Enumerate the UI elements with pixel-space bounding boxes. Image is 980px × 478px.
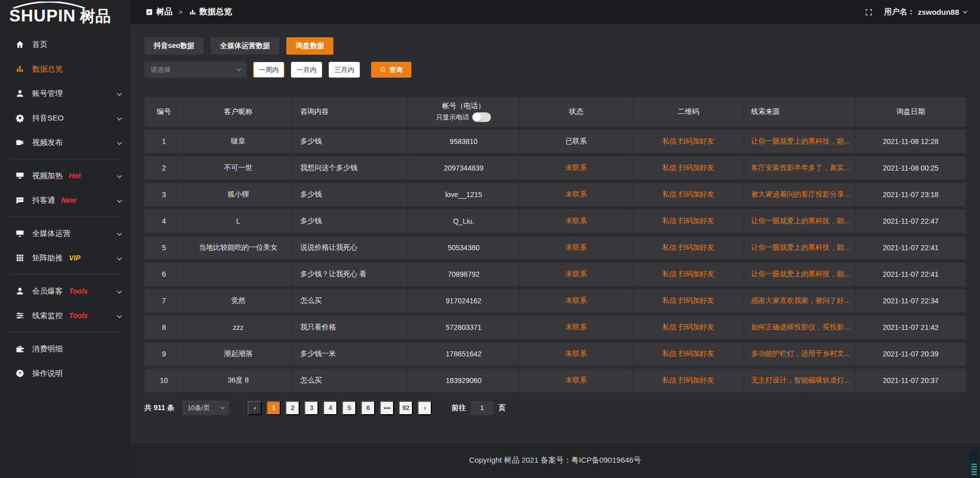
app-icon [145, 8, 153, 16]
sidebar-item-7[interactable]: 抖客通New [0, 188, 130, 212]
copyright-text: Copyright 树品 2021 备案号：粤ICP备09019646号 [469, 456, 641, 465]
column-header-label: 帐号（电话） [442, 102, 485, 111]
qr-actions-link[interactable]: 私信 扫码加好友 [662, 243, 714, 252]
period-button-2[interactable]: 一月内 [291, 62, 322, 78]
page-button-92[interactable]: 92 [399, 401, 413, 415]
cell-account: 178651642 [408, 342, 520, 366]
page-button-1[interactable]: 1 [266, 401, 281, 415]
lead-source-link[interactable]: 被大家追着问的客厅投影分享... [751, 190, 850, 199]
cell-status: 未联系 [520, 156, 633, 180]
sidebar-item-9[interactable]: 矩阵助推VIP [0, 246, 130, 270]
cell-source: 被大家追着问的客厅投影分享... [744, 183, 856, 206]
page-buttons: ‹123456•••92› [229, 401, 432, 415]
sidebar-item-13[interactable]: ?操作说明 [0, 361, 130, 386]
qr-actions-link[interactable]: 私信 扫码加好友 [662, 376, 714, 385]
breadcrumb-separator: > [179, 8, 183, 16]
sidebar-item-label: 线索监控 [32, 311, 63, 321]
floating-widget[interactable] [970, 450, 978, 478]
cell-account: 50534380 [408, 236, 520, 259]
column-header-7: 线索来源 [744, 97, 856, 127]
phone-only-toggle[interactable] [472, 112, 491, 122]
logo-text-cn: 树品 [80, 9, 111, 24]
phone-toggle-label: 只显示电话 [436, 113, 469, 122]
period-button-1[interactable]: 一周内 [253, 62, 284, 78]
lead-source-link[interactable]: 让你一眼就爱上的黑科技，能... [751, 137, 850, 146]
filter-select-placeholder: 请选择 [151, 65, 170, 75]
qr-actions-link[interactable]: 私信 扫码加好友 [662, 323, 714, 332]
lead-source-link[interactable]: 如何正确选择投影仪，买投影... [751, 323, 850, 332]
qr-actions-link[interactable]: 私信 扫码加好友 [662, 190, 714, 199]
sidebar-item-10[interactable]: 会员爆客Tools [0, 279, 130, 303]
sidebar-item-3[interactable]: 账号管理 [0, 81, 130, 106]
sidebar-item-12[interactable]: 消费明细 [0, 337, 130, 361]
logo: SHUPIN 树品 [0, 0, 130, 27]
lead-source-link[interactable]: 多功能护栏灯，适用于乡村文... [751, 349, 850, 358]
sidebar-item-8[interactable]: 全媒体运营 [0, 221, 130, 246]
table-row: 4L多少钱Q_Liu.未联系私信 扫码加好友让你一眼就爱上的黑科技，能...20… [144, 209, 966, 233]
cell-no: 4 [144, 209, 184, 233]
tab-3[interactable]: 询盘数据 [286, 37, 333, 55]
chevron-down-icon [117, 91, 122, 96]
qr-actions-link[interactable]: 私信 扫码加好友 [662, 217, 714, 226]
goto-page: 前往 页 [451, 401, 505, 415]
table-row: 3狐小狸多少钱love__1215未联系私信 扫码加好友被大家追着问的客厅投影分… [144, 183, 966, 206]
page-ellipsis-button[interactable]: ••• [380, 401, 394, 415]
cell-content: 多少钱一米 [293, 342, 408, 366]
breadcrumb-app[interactable]: 树品 [156, 7, 173, 17]
cell-nickname: 当地比较能吃的一位美女 [184, 236, 293, 259]
qr-actions-link[interactable]: 私信 扫码加好友 [662, 163, 714, 173]
period-buttons: 一周内一月内三月内 [247, 62, 360, 78]
sidebar: SHUPIN 树品 首页数据总览账号管理抖音SEO视频发布视频加热Hot抖客通N… [0, 0, 130, 478]
tab-2[interactable]: 全媒体运营数据 [211, 37, 279, 55]
table-row: 6多少钱？让我死心 看70898792未联系私信 扫码加好友让你一眼就爱上的黑科… [144, 262, 966, 286]
sidebar-item-4[interactable]: 抖音SEO [0, 106, 130, 130]
lead-source-link[interactable]: 感谢大家喜欢我家，被问了好... [751, 296, 850, 305]
table-row: 7觉然怎么买917024162未联系私信 扫码加好友感谢大家喜欢我家，被问了好.… [144, 289, 966, 313]
search-button[interactable]: 查询 [371, 62, 411, 78]
cell-date: 2021-11-07 22:34 [855, 289, 966, 313]
lead-source-link[interactable]: 让你一眼就爱上的黑科技，能... [751, 217, 850, 226]
qr-actions-link[interactable]: 私信 扫码加好友 [662, 296, 714, 305]
cell-account: 917024162 [408, 289, 520, 313]
cell-status: 未联系 [520, 183, 633, 206]
goto-page-input[interactable] [471, 401, 493, 415]
sidebar-item-label: 抖客通 [32, 196, 55, 205]
lead-source-link[interactable]: 客厅安装投影半年多了，真实... [751, 163, 850, 173]
lead-source-link[interactable]: 让你一眼就爱上的黑科技，能... [751, 270, 850, 279]
sidebar-item-1[interactable]: 首页 [0, 32, 130, 57]
prev-page-button[interactable]: ‹ [248, 401, 262, 415]
sidebar-item-badge: New [61, 196, 76, 204]
period-button-3[interactable]: 三月内 [329, 62, 360, 78]
qr-actions-link[interactable]: 私信 扫码加好友 [662, 270, 714, 279]
lead-source-link[interactable]: 无主灯设计，智能磁吸轨道灯... [751, 376, 850, 385]
cell-no: 7 [144, 289, 184, 313]
qr-actions-link[interactable]: 私信 扫码加好友 [662, 349, 714, 358]
cell-status: 已联系 [520, 130, 633, 153]
cell-date: 2021-11-07 20:37 [855, 369, 966, 392]
fullscreen-icon[interactable] [865, 8, 873, 16]
column-header-2: 客户昵称 [184, 97, 293, 127]
qr-actions-link[interactable]: 私信 扫码加好友 [662, 137, 714, 146]
cell-date: 2021-11-07 21:42 [855, 316, 966, 339]
user-menu[interactable]: 用户名：zswodun88 [884, 7, 967, 17]
sidebar-item-11[interactable]: 线索监控Tools [0, 303, 130, 328]
cell-no: 5 [144, 236, 184, 259]
inquiry-table: 编号客户昵称咨询内容帐号（电话）只显示电话状态二维码线索来源询盘日期1啵章多少钱… [144, 97, 966, 392]
page-button-6[interactable]: 6 [361, 401, 375, 415]
page-button-3[interactable]: 3 [304, 401, 318, 415]
sidebar-item-2[interactable]: 数据总览 [0, 57, 130, 81]
sidebar-item-5[interactable]: 视频发布 [0, 130, 130, 155]
page-button-5[interactable]: 5 [342, 401, 356, 415]
next-page-button[interactable]: › [418, 401, 432, 415]
lead-source-link[interactable]: 让你一眼就爱上的黑科技，能... [751, 243, 850, 252]
page-size-select[interactable]: 10条/页 [182, 400, 229, 415]
status-badge: 未联系 [566, 190, 587, 199]
sidebar-item-6[interactable]: 视频加热Hot [0, 163, 130, 188]
cell-source: 让你一眼就爱上的黑科技，能... [744, 130, 856, 153]
gear-icon [15, 113, 24, 123]
tab-1[interactable]: 抖音seo数据 [144, 37, 204, 55]
menu-divider [9, 217, 121, 217]
filter-select[interactable]: 请选择 [144, 62, 247, 78]
page-button-2[interactable]: 2 [285, 401, 300, 415]
page-button-4[interactable]: 4 [323, 401, 337, 415]
